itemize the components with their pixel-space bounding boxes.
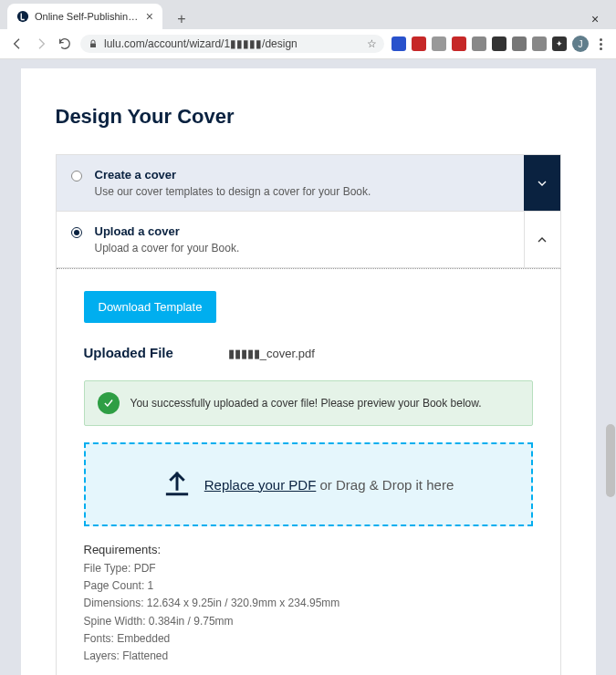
back-button[interactable] (9, 36, 26, 52)
upload-icon (162, 470, 192, 499)
replace-pdf-link[interactable]: Replace your PDF (204, 477, 317, 493)
accordion-item-create[interactable]: Create a cover Use our cover templates t… (57, 155, 560, 212)
requirement-spine: Spine Width: 0.384in / 9.75mm (84, 613, 533, 630)
menu-button[interactable] (594, 38, 607, 50)
accordion-subtitle: Use our cover templates to design a cove… (95, 185, 509, 198)
new-tab-button[interactable]: + (172, 9, 192, 29)
requirement-fonts: Fonts: Embedded (84, 630, 533, 648)
tab-title: Online Self-Publishing Bo (35, 11, 141, 22)
dropzone-text: Replace your PDF or Drag & Drop it here (204, 477, 454, 493)
puzzle-icon[interactable]: ✦ (552, 36, 567, 51)
expand-button[interactable] (524, 155, 560, 211)
requirement-layers: Layers: Flattened (84, 648, 533, 665)
scrollbar-thumb[interactable] (606, 424, 615, 497)
extension-icon[interactable] (512, 36, 527, 51)
accordion-header[interactable]: Upload a cover Upload a cover for your B… (57, 212, 524, 267)
nav-bar: lulu.com/account/wizard/1▮▮▮▮▮/design ☆ … (0, 29, 616, 59)
url-bar[interactable]: lulu.com/account/wizard/1▮▮▮▮▮/design ☆ (80, 35, 384, 53)
extension-icon[interactable] (532, 36, 547, 51)
extension-icon[interactable] (392, 36, 406, 51)
success-message: You successfully uploaded a cover file! … (131, 397, 482, 410)
avatar[interactable]: J (572, 36, 589, 52)
viewport: Design Your Cover Create a cover Use our… (0, 59, 616, 675)
uploaded-file-row: Uploaded File ▮▮▮▮▮_cover.pdf (84, 345, 533, 360)
accordion-title: Upload a cover (95, 224, 509, 238)
chevron-up-icon (535, 233, 549, 247)
favicon-icon (16, 10, 29, 23)
window-close-button[interactable]: × (585, 9, 605, 29)
extension-icons: ✦ J (392, 36, 607, 52)
dropzone-suffix: or Drag & Drop it here (316, 477, 454, 493)
requirement-pagecount: Page Count: 1 (84, 577, 533, 595)
star-icon[interactable]: ☆ (367, 37, 377, 50)
reload-button[interactable] (57, 36, 73, 52)
requirements-block: Requirements: File Type: PDF Page Count:… (84, 543, 533, 665)
forward-button[interactable] (33, 36, 49, 52)
page-content: Design Your Cover Create a cover Use our… (21, 68, 596, 675)
cover-accordion: Create a cover Use our cover templates t… (56, 154, 561, 675)
checkmark-icon (98, 392, 120, 414)
accordion-title: Create a cover (95, 168, 509, 182)
extension-icon[interactable] (432, 36, 446, 51)
page-title: Design Your Cover (56, 105, 561, 129)
tab-bar: Online Self-Publishing Bo × + × (0, 0, 616, 29)
download-template-button[interactable]: Download Template (84, 291, 217, 323)
extension-icon[interactable] (492, 36, 506, 51)
accordion-subtitle: Upload a cover for your Book. (95, 242, 509, 254)
requirement-dimensions: Dimensions: 12.634 x 9.25in / 320.9mm x … (84, 595, 533, 612)
lock-icon (88, 38, 99, 49)
collapse-button[interactable] (524, 212, 560, 267)
extension-icon[interactable] (412, 36, 426, 51)
requirement-filetype: File Type: PDF (84, 560, 533, 577)
extension-icon[interactable] (472, 36, 486, 51)
accordion-item-upload[interactable]: Upload a cover Upload a cover for your B… (57, 212, 560, 268)
success-alert: You successfully uploaded a cover file! … (84, 380, 533, 426)
requirements-heading: Requirements: (84, 543, 533, 556)
url-text: lulu.com/account/wizard/1▮▮▮▮▮/design (104, 37, 361, 50)
browser-tab[interactable]: Online Self-Publishing Bo × (7, 4, 162, 29)
upload-dropzone[interactable]: Replace your PDF or Drag & Drop it here (84, 442, 533, 526)
radio-create-cover[interactable] (71, 171, 82, 182)
extension-icon[interactable] (452, 36, 466, 51)
accordion-body-upload: Download Template Uploaded File ▮▮▮▮▮_co… (57, 268, 560, 675)
accordion-header[interactable]: Create a cover Use our cover templates t… (57, 155, 524, 211)
uploaded-file-name: ▮▮▮▮▮_cover.pdf (228, 347, 315, 360)
svg-rect-1 (90, 44, 96, 48)
close-icon[interactable]: × (146, 9, 153, 24)
uploaded-file-label: Uploaded File (84, 345, 173, 360)
chevron-down-icon (535, 176, 549, 191)
svg-point-0 (17, 11, 28, 22)
radio-upload-cover[interactable] (71, 227, 82, 238)
